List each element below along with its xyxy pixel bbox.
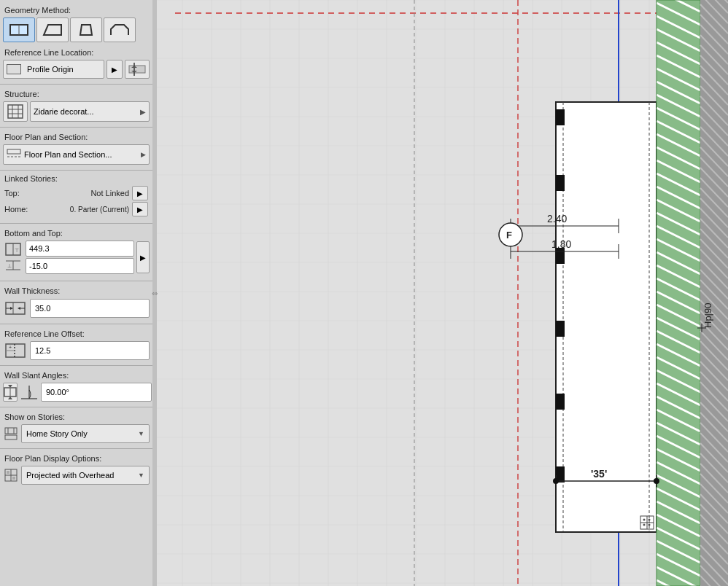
linked-top-row: Top: Not Linked ▶ [4,186,148,200]
reference-line-arrow[interactable]: ▶ [107,60,123,79]
linked-home-row: Home: 0. Parter (Current) ▶ [4,202,148,216]
linked-top-value: Not Linked [41,189,129,198]
geometry-method-label: Geometry Method: [0,3,152,16]
bottom-top-block: ⊥ ⊤ ▶ [0,239,152,278]
divider-6 [0,324,152,324]
floor-plan-arrow: ▶ [141,151,146,158]
geo-btn-trapezoid[interactable] [70,17,102,42]
svg-marker-26 [10,307,13,310]
bt-row: ⊥ ⊤ ▶ [3,241,150,274]
svg-rect-13 [7,149,20,154]
wall-thickness-row [0,297,152,321]
linked-top-label: Top: [4,189,41,198]
svg-rect-38 [5,428,17,434]
geo-btn-angled[interactable] [36,17,69,42]
floor-plan-section-label: Floor Plan and Section: [0,130,152,143]
ref-offset-icon: + [3,341,28,360]
fp-display-label: Floor Plan Display Options: [0,451,152,464]
bt-icon: ⊥ ⊤ [3,243,23,271]
fp-display-dropdown[interactable]: Projected with Overhead ▼ [21,466,150,485]
divider-5 [0,281,152,281]
reference-line-value: Profile Origin [27,65,74,74]
geo-btn-rectangular[interactable] [3,17,35,42]
wall-slant-label: Wall Slant Angles: [0,368,152,381]
linked-top-btn[interactable]: ▶ [132,186,148,200]
slant-btn[interactable] [3,383,18,402]
bt-arrow-btn[interactable]: ▶ [136,241,150,273]
fp-display-arrow: ▼ [138,472,144,479]
move-reference-btn[interactable] [125,60,150,79]
ref-offset-input[interactable] [30,341,150,360]
wall-thickness-input[interactable] [30,299,150,318]
properties-panel: Geometry Method: Reference Line Location… [0,0,153,586]
linked-home-label: Home: [4,205,41,214]
linked-home-btn[interactable]: ▶ [132,202,148,216]
ref-offset-label: Reference Line Offset: [0,327,152,340]
geometry-method-row [0,16,152,45]
svg-rect-45 [7,471,9,474]
ref-offset-row: + [0,340,152,363]
reference-line-row: Profile Origin ▶ [0,58,152,82]
svg-rect-39 [5,435,17,440]
structure-row: Zidarie decorat... ▶ [0,100,152,125]
svg-text:⊤: ⊤ [15,248,19,253]
structure-label: Structure: [0,87,152,100]
show-stories-value: Home Story Only [26,429,88,438]
drawing-canvas [153,0,728,586]
svg-rect-4 [129,66,145,73]
structure-arrow: ▶ [140,108,146,116]
svg-rect-8 [8,105,23,118]
slant-angle-input[interactable] [41,383,152,402]
svg-marker-2 [44,25,61,35]
svg-marker-27 [18,307,20,310]
svg-text:⊥: ⊥ [7,263,12,268]
show-stories-arrow: ▼ [138,430,144,437]
svg-rect-46 [12,477,15,480]
divider-3 [0,170,152,171]
show-stories-row: Home Story Only ▼ [0,423,152,446]
divider-8 [0,407,152,407]
divider-2 [0,127,152,128]
show-stories-label: Show on Stories: [0,410,152,423]
resize-handle[interactable] [152,0,157,586]
wall-thickness-icon [3,298,28,319]
floor-plan-value: Floor Plan and Section... [24,150,112,159]
slant-angle-icon [20,383,39,402]
geo-btn-polygonal[interactable] [104,17,136,42]
divider-7 [0,365,152,366]
divider-9 [0,448,152,449]
top-value-input[interactable] [26,241,134,257]
bottom-value-input[interactable] [26,258,134,274]
linked-stories-block: Linked Stories: Top: Not Linked ▶ Home: … [0,173,152,221]
divider-4 [0,223,152,224]
reference-line-dropdown[interactable]: Profile Origin [3,60,104,79]
structure-icon-btn[interactable] [3,101,28,122]
wall-slant-row [0,381,152,405]
bottom-top-label: Bottom and Top: [0,226,152,239]
linked-home-value: 0. Parter (Current) [41,206,129,214]
fp-display-value: Projected with Overhead [26,471,114,480]
linked-stories-label: Linked Stories: [4,174,148,186]
bt-fields [26,241,134,274]
main-canvas [153,0,728,586]
show-stories-dropdown[interactable]: Home Story Only ▼ [21,424,150,443]
reference-line-label: Reference Line Location: [0,45,152,58]
show-stories-icon [3,426,19,442]
fp-display-icon [3,467,19,483]
structure-dropdown[interactable]: Zidarie decorat... ▶ [30,101,150,122]
svg-marker-3 [80,25,92,35]
floor-plan-dropdown[interactable]: Floor Plan and Section... ▶ [3,144,150,165]
wall-thickness-label: Wall Thickness: [0,284,152,297]
structure-value: Zidarie decorat... [34,107,94,116]
fp-display-row: Projected with Overhead ▼ [0,464,152,488]
svg-text:+: + [9,345,12,350]
divider-1 [0,84,152,85]
floor-plan-row: Floor Plan and Section... ▶ [0,143,152,168]
